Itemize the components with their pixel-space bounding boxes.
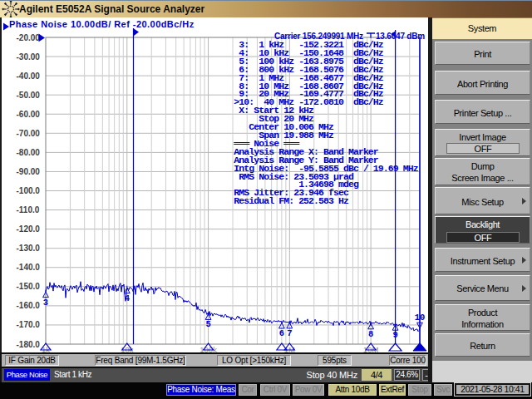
svg-text:10M: 10M: [363, 345, 379, 353]
svg-text:-80.00: -80.00: [17, 148, 41, 157]
svg-text:3: 3: [43, 298, 48, 308]
svg-text:-140.0: -140.0: [17, 263, 41, 272]
svg-text:1k: 1k: [42, 345, 50, 353]
svg-text:-60.00: -60.00: [17, 110, 41, 119]
svg-text:-120.0: -120.0: [17, 224, 41, 234]
svg-text:4: 4: [125, 293, 130, 303]
svg-text:-170.0: -170.0: [17, 320, 41, 329]
svg-text:-110.0: -110.0: [17, 205, 40, 214]
svg-text:6: 6: [279, 328, 284, 338]
svg-text:7: 7: [287, 328, 292, 338]
svg-text:-130.0: -130.0: [17, 244, 41, 253]
svg-text:-40.00: -40.00: [17, 71, 41, 81]
svg-text:-30.00: -30.00: [17, 52, 41, 62]
svg-text:-70.00: -70.00: [17, 129, 41, 138]
svg-text:-20.00: -20.00: [17, 33, 41, 42]
svg-text:-160.0: -160.0: [17, 301, 41, 310]
svg-text:-50.00: -50.00: [17, 91, 41, 100]
svg-text:-100.0: -100.0: [17, 186, 41, 195]
svg-text:5: 5: [205, 319, 210, 329]
svg-text:8: 8: [368, 329, 373, 339]
svg-text:9: 9: [392, 330, 397, 340]
svg-text:10: 10: [415, 313, 426, 323]
svg-text:-90.00: -90.00: [17, 167, 41, 176]
svg-text:-150.0: -150.0: [17, 282, 41, 291]
svg-text:-180.0: -180.0: [17, 340, 41, 349]
svg-text:100k: 100k: [200, 345, 217, 353]
